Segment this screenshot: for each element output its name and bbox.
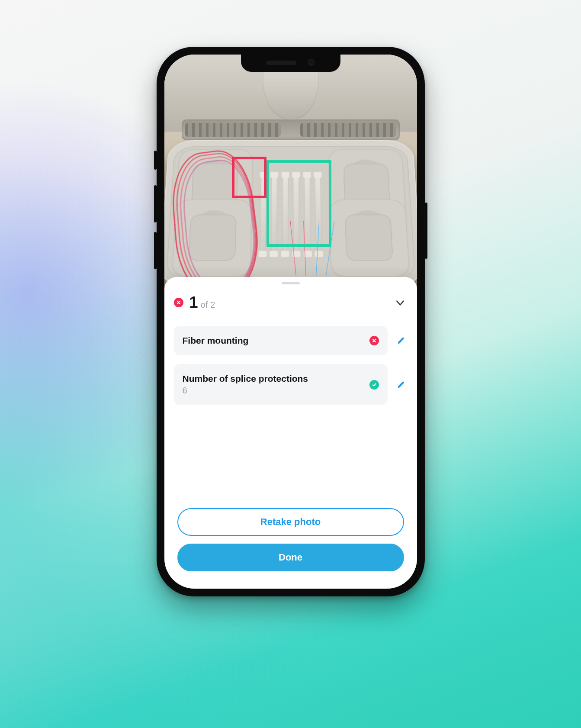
phone-volume-down (154, 232, 157, 269)
photo-reel (329, 200, 410, 277)
result-card-splice-protections[interactable]: Number of splice protections 6 (174, 364, 388, 405)
results-list: Fiber mounting Nu (164, 316, 417, 409)
result-label: Fiber mounting (183, 335, 363, 346)
status-ok-icon (369, 380, 379, 390)
counter-of-label: of (201, 300, 208, 310)
result-card-fiber-mounting[interactable]: Fiber mounting (174, 326, 388, 355)
detection-box-ok (266, 160, 331, 247)
result-row: Number of splice protections 6 (174, 364, 408, 405)
phone-screen: 1 of 2 Fiber mounting (164, 55, 417, 589)
chevron-down-icon[interactable] (395, 297, 406, 309)
sheet-header: 1 of 2 (164, 284, 417, 316)
photo-hinge (182, 119, 400, 140)
done-button[interactable]: Done (177, 544, 404, 571)
result-row: Fiber mounting (174, 326, 408, 355)
phone-notch (241, 55, 340, 72)
status-error-icon (369, 336, 379, 345)
detection-box-error (232, 157, 266, 198)
photo-enclosure-badge (263, 68, 319, 119)
photo-counter: 1 of 2 (189, 295, 215, 310)
result-value: 6 (183, 386, 363, 396)
sheet-footer: Retake photo Done (164, 495, 417, 589)
phone-frame: 1 of 2 Fiber mounting (157, 47, 425, 596)
counter-current: 1 (189, 295, 198, 310)
results-sheet[interactable]: 1 of 2 Fiber mounting (164, 277, 417, 589)
phone-power-button (425, 203, 427, 259)
overall-status-error-icon (174, 298, 183, 307)
edit-button[interactable] (395, 378, 408, 391)
retake-photo-button[interactable]: Retake photo (177, 508, 404, 536)
phone-mute-switch (154, 151, 157, 170)
counter-total: 2 (210, 300, 215, 310)
edit-button[interactable] (395, 334, 408, 347)
result-label: Number of splice protections (183, 374, 363, 384)
phone-volume-up (154, 185, 157, 222)
